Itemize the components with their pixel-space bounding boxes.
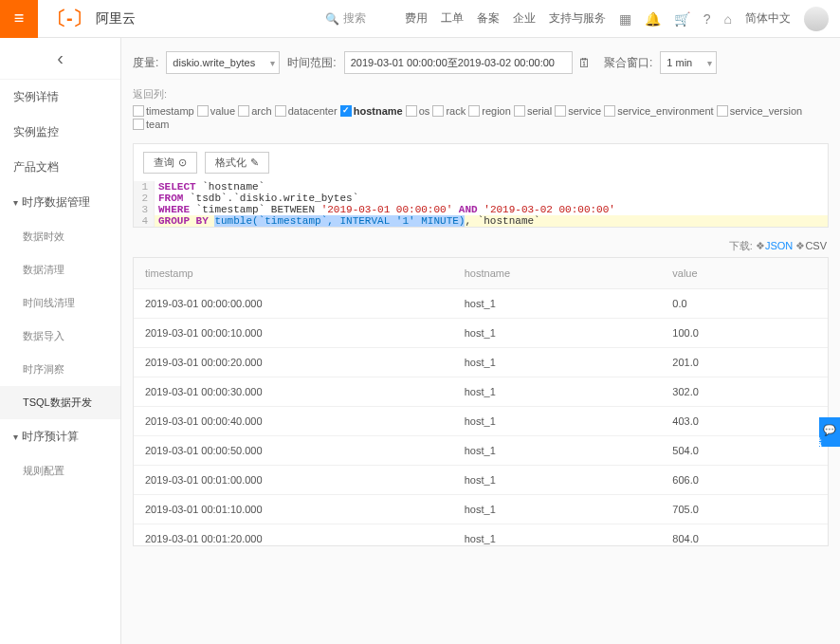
column-checkbox-hostname[interactable]: hostname bbox=[340, 105, 403, 117]
sidebar-item[interactable]: 实例详情 bbox=[0, 80, 120, 115]
column-checkbox-region[interactable]: region bbox=[468, 105, 511, 117]
calendar-icon[interactable]: 🗓 bbox=[578, 56, 591, 70]
time-range-input[interactable]: 2019-03-01 00:00:00至2019-03-02 00:00:00 bbox=[344, 51, 573, 74]
sidebar-item[interactable]: 时间线清理 bbox=[0, 286, 120, 320]
table-cell: 606.0 bbox=[661, 466, 828, 494]
sidebar: ‹ 实例详情实例监控产品文档▾时序数据管理数据时效数据清理时间线清理数据导入时序… bbox=[0, 38, 121, 644]
sidebar-item[interactable]: ▾时序预计算 bbox=[0, 419, 120, 454]
controls-row: 度量: diskio.write_bytes▾ 时间范围: 2019-03-01… bbox=[121, 38, 840, 82]
format-button[interactable]: 格式化 ✎ bbox=[205, 152, 269, 174]
table-row[interactable]: 2019-03-01 00:00:40.000host_1403.0 bbox=[134, 407, 828, 436]
th-hostname[interactable]: hostname bbox=[453, 258, 662, 288]
chat-icon: 💬 bbox=[824, 423, 836, 437]
sidebar-item-label: 数据清理 bbox=[23, 263, 64, 277]
checkbox-label: service_version bbox=[730, 105, 802, 117]
checkbox-label: value bbox=[210, 105, 235, 117]
nav-fee[interactable]: 费用 bbox=[405, 10, 428, 27]
sidebar-item[interactable]: 时序洞察 bbox=[0, 353, 120, 386]
top-header: ≡ 〔-〕 阿里云 🔍 搜索 费用 工单 备案 企业 支持与服务 ▦ 🔔 🛒 ?… bbox=[0, 0, 840, 38]
nav-ticket[interactable]: 工单 bbox=[441, 10, 464, 27]
checkbox-icon bbox=[514, 105, 525, 117]
column-checkbox-arch[interactable]: arch bbox=[238, 105, 271, 117]
column-checkbox-serial[interactable]: serial bbox=[514, 105, 552, 117]
sidebar-item[interactable]: 数据时效 bbox=[0, 220, 120, 253]
checkbox-icon bbox=[555, 105, 566, 117]
nav-support[interactable]: 支持与服务 bbox=[549, 10, 606, 27]
chevron-down-icon: ▾ bbox=[270, 58, 275, 68]
chevron-down-icon: ▾ bbox=[707, 58, 712, 68]
column-checkbox-os[interactable]: os bbox=[406, 105, 430, 117]
sidebar-item[interactable]: 产品文档 bbox=[0, 150, 120, 185]
checkbox-label: serial bbox=[527, 105, 552, 117]
avatar[interactable] bbox=[804, 7, 829, 31]
table-row[interactable]: 2019-03-01 00:00:50.000host_1504.0 bbox=[134, 436, 828, 466]
checkbox-label: hostname bbox=[354, 105, 403, 117]
table-row[interactable]: 2019-03-01 00:00:10.000host_1100.0 bbox=[134, 319, 828, 348]
table-row[interactable]: 2019-03-01 00:01:20.000host_1804.0 bbox=[134, 524, 828, 545]
column-checkbox-value[interactable]: value bbox=[197, 105, 235, 117]
query-button[interactable]: 查询 ⊙ bbox=[143, 152, 197, 174]
table-cell: host_1 bbox=[453, 289, 662, 318]
column-checkbox-service_environment[interactable]: service_environment bbox=[604, 105, 714, 117]
hamburger-menu[interactable]: ≡ bbox=[0, 0, 38, 38]
sidebar-item[interactable]: 数据清理 bbox=[0, 253, 120, 286]
table-row[interactable]: 2019-03-01 00:00:20.000host_1201.0 bbox=[134, 348, 828, 377]
column-checkbox-rack[interactable]: rack bbox=[432, 105, 466, 117]
checkbox-label: timestamp bbox=[146, 105, 194, 117]
sidebar-item-label: 数据导入 bbox=[23, 329, 64, 343]
table-body[interactable]: 2019-03-01 00:00:00.000host_10.02019-03-… bbox=[134, 289, 828, 545]
checkbox-label: rack bbox=[446, 105, 466, 117]
bell-icon[interactable]: 🔔 bbox=[645, 11, 661, 27]
nav-record[interactable]: 备案 bbox=[477, 10, 500, 27]
grid-icon[interactable]: ▦ bbox=[619, 11, 631, 27]
table-row[interactable]: 2019-03-01 00:01:00.000host_1606.0 bbox=[134, 466, 828, 495]
home-icon[interactable]: ⌂ bbox=[724, 11, 732, 27]
play-icon: ⊙ bbox=[178, 156, 187, 169]
th-value[interactable]: value bbox=[661, 258, 828, 288]
sidebar-item[interactable]: 实例监控 bbox=[0, 115, 120, 150]
format-icon: ✎ bbox=[250, 156, 259, 169]
table-cell: 2019-03-01 00:00:10.000 bbox=[134, 319, 453, 347]
logo[interactable]: 〔-〕 阿里云 bbox=[47, 6, 136, 31]
table-row[interactable]: 2019-03-01 00:00:00.000host_10.0 bbox=[134, 289, 828, 319]
cart-icon[interactable]: 🛒 bbox=[674, 11, 690, 27]
column-checkbox-service_version[interactable]: service_version bbox=[717, 105, 802, 117]
chevron-down-icon: ▾ bbox=[13, 432, 18, 442]
sidebar-item-label: 实例监控 bbox=[13, 124, 59, 140]
metric-select[interactable]: diskio.write_bytes▾ bbox=[166, 51, 280, 74]
query-card: 查询 ⊙ 格式化 ✎ 1SELECT `hostname` 2FROM `tsd… bbox=[133, 143, 829, 228]
table-row[interactable]: 2019-03-01 00:01:10.000host_1705.0 bbox=[134, 495, 828, 524]
th-timestamp[interactable]: timestamp bbox=[134, 258, 453, 288]
table-cell: 2019-03-01 00:00:30.000 bbox=[134, 377, 453, 406]
search-placeholder: 搜索 bbox=[343, 10, 366, 27]
sidebar-back[interactable]: ‹ bbox=[0, 38, 120, 80]
sql-editor[interactable]: 1SELECT `hostname` 2FROM `tsdb`.`diskio.… bbox=[134, 181, 828, 227]
table-cell: 100.0 bbox=[661, 319, 828, 347]
sidebar-item[interactable]: ▾时序数据管理 bbox=[0, 185, 120, 220]
download-row: 下载: ❖JSON ❖CSV bbox=[121, 235, 840, 257]
agg-select[interactable]: 1 min▾ bbox=[660, 51, 717, 74]
search-icon: 🔍 bbox=[325, 12, 339, 26]
sidebar-item-label: 实例详情 bbox=[13, 89, 59, 105]
download-csv[interactable]: CSV bbox=[805, 240, 827, 251]
column-checkbox-team[interactable]: team bbox=[133, 119, 169, 130]
help-icon[interactable]: ? bbox=[703, 11, 711, 27]
search-input[interactable]: 🔍 搜索 bbox=[325, 10, 366, 27]
logo-text: 阿里云 bbox=[96, 10, 136, 28]
sidebar-item[interactable]: 规则配置 bbox=[0, 454, 120, 488]
checkbox-icon bbox=[432, 105, 444, 117]
checkbox-icon bbox=[604, 105, 615, 117]
contact-tab[interactable]: 💬 联系我们 bbox=[819, 417, 840, 447]
main: 度量: diskio.write_bytes▾ 时间范围: 2019-03-01… bbox=[121, 38, 840, 644]
sidebar-item[interactable]: TSQL数据开发 bbox=[0, 386, 120, 419]
download-json[interactable]: JSON bbox=[765, 240, 793, 251]
table-cell: 2019-03-01 00:00:40.000 bbox=[134, 407, 453, 435]
columns-label: 返回列: bbox=[133, 87, 167, 101]
column-checkbox-datacenter[interactable]: datacenter bbox=[275, 105, 338, 117]
column-checkbox-service[interactable]: service bbox=[555, 105, 601, 117]
nav-enterprise[interactable]: 企业 bbox=[513, 10, 536, 27]
nav-lang[interactable]: 简体中文 bbox=[745, 10, 791, 27]
column-checkbox-timestamp[interactable]: timestamp bbox=[133, 105, 194, 117]
table-row[interactable]: 2019-03-01 00:00:30.000host_1302.0 bbox=[134, 377, 828, 407]
sidebar-item[interactable]: 数据导入 bbox=[0, 320, 120, 353]
